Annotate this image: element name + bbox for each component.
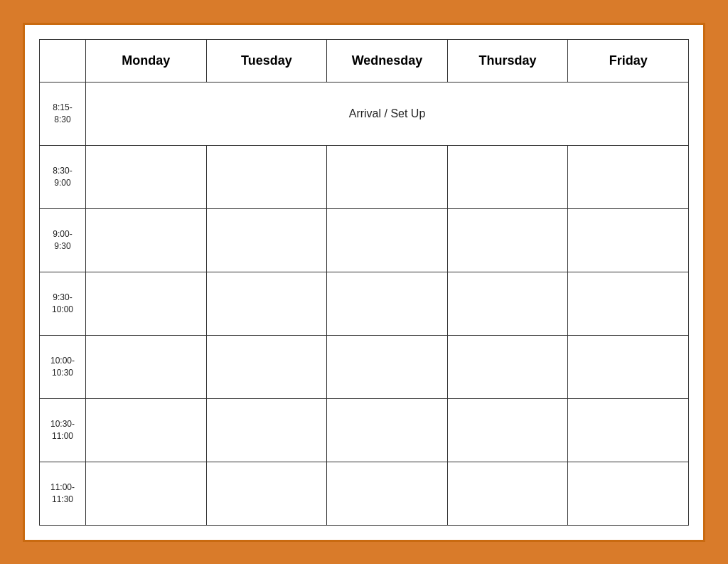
schedule-cell <box>206 462 327 525</box>
page-container: Monday Tuesday Wednesday Thursday Friday… <box>23 23 705 542</box>
schedule-cell <box>568 462 689 525</box>
schedule-cell <box>568 208 689 272</box>
schedule-table: Monday Tuesday Wednesday Thursday Friday… <box>39 39 689 526</box>
schedule-cell <box>86 208 207 272</box>
time-cell: 10:00- 10:30 <box>40 335 86 398</box>
schedule-cell <box>86 462 207 525</box>
schedule-cell <box>86 145 207 208</box>
header-wednesday: Wednesday <box>327 39 448 82</box>
schedule-cell <box>447 272 568 335</box>
time-cell: 8:15- 8:30 <box>40 82 86 145</box>
table-row: 10:00- 10:30 <box>40 335 689 398</box>
schedule-cell <box>206 145 327 208</box>
time-cell: 8:30- 9:00 <box>40 145 86 208</box>
schedule-cell <box>568 398 689 462</box>
schedule-cell <box>447 462 568 525</box>
schedule-cell <box>327 145 448 208</box>
time-cell: 9:00- 9:30 <box>40 208 86 272</box>
schedule-cell <box>327 272 448 335</box>
header-time <box>40 39 86 82</box>
schedule-cell <box>86 335 207 398</box>
table-row: 9:30- 10:00 <box>40 272 689 335</box>
schedule-cell <box>327 398 448 462</box>
schedule-cell <box>327 335 448 398</box>
table-row: 10:30- 11:00 <box>40 398 689 462</box>
table-row: 9:00- 9:30 <box>40 208 689 272</box>
schedule-cell <box>568 145 689 208</box>
schedule-cell <box>206 335 327 398</box>
schedule-cell <box>86 272 207 335</box>
schedule-cell <box>327 462 448 525</box>
schedule-cell <box>447 335 568 398</box>
time-cell: 9:30- 10:00 <box>40 272 86 335</box>
table-row: 8:30- 9:00 <box>40 145 689 208</box>
time-cell: 11:00- 11:30 <box>40 462 86 525</box>
table-row: 8:15- 8:30Arrival / Set Up <box>40 82 689 145</box>
schedule-cell <box>86 398 207 462</box>
schedule-cell <box>568 335 689 398</box>
schedule-cell <box>327 208 448 272</box>
header-friday: Friday <box>568 39 689 82</box>
schedule-cell <box>206 208 327 272</box>
arrival-cell: Arrival / Set Up <box>86 82 689 145</box>
header-thursday: Thursday <box>447 39 568 82</box>
schedule-cell <box>206 398 327 462</box>
schedule-cell <box>447 145 568 208</box>
schedule-cell <box>206 272 327 335</box>
table-row: 11:00- 11:30 <box>40 462 689 525</box>
time-cell: 10:30- 11:00 <box>40 398 86 462</box>
schedule-cell <box>447 398 568 462</box>
header-monday: Monday <box>86 39 207 82</box>
schedule-cell <box>447 208 568 272</box>
schedule-cell <box>568 272 689 335</box>
header-tuesday: Tuesday <box>206 39 327 82</box>
